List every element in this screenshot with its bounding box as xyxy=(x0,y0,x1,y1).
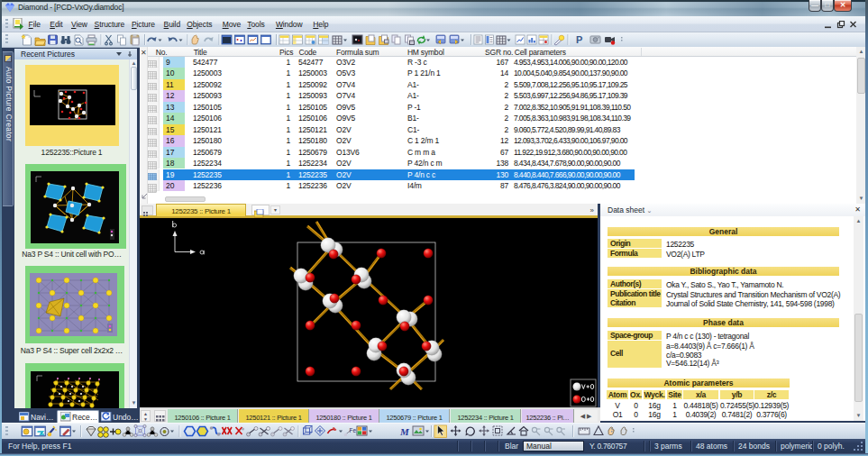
svg-text:P: P xyxy=(576,34,582,45)
svg-text:M: M xyxy=(399,426,410,437)
svg-text:Fe: Fe xyxy=(350,427,357,433)
